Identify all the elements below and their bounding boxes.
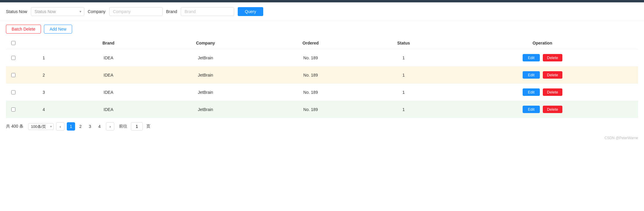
header-company: Company bbox=[150, 37, 261, 49]
action-bar: Batch Delete Add New bbox=[0, 21, 644, 37]
row-brand: IDEA bbox=[67, 84, 150, 101]
table-row: 4 IDEA JetBrain No. 189 1 Edit Delete bbox=[6, 101, 638, 118]
row-checkbox-cell bbox=[6, 101, 21, 118]
row-status: 1 bbox=[361, 84, 447, 101]
page-size-select[interactable]: 100条/页50条/页20条/页10条/页 bbox=[28, 123, 54, 130]
status-now-select-wrapper: Status Now ▾ bbox=[31, 7, 84, 16]
query-button[interactable]: Query bbox=[238, 7, 263, 16]
row-operations: Edit Delete bbox=[447, 66, 638, 84]
row-index: 2 bbox=[21, 66, 67, 84]
row-company: JetBrain bbox=[150, 101, 261, 118]
footer-watermark: CSDN @PeterWarne bbox=[0, 135, 644, 142]
row-ordered: No. 189 bbox=[261, 84, 361, 101]
header-index bbox=[21, 37, 67, 49]
status-now-select[interactable]: Status Now bbox=[31, 7, 84, 16]
row-company: JetBrain bbox=[150, 66, 261, 84]
goto-label: 前往 bbox=[119, 124, 127, 129]
row-brand: IDEA bbox=[67, 66, 150, 84]
select-all-checkbox[interactable] bbox=[11, 41, 15, 45]
row-index: 3 bbox=[21, 84, 67, 101]
company-label: Company bbox=[88, 9, 106, 14]
edit-button[interactable]: Edit bbox=[523, 106, 540, 113]
company-input[interactable] bbox=[109, 7, 163, 16]
row-ordered: No. 189 bbox=[261, 49, 361, 66]
edit-button[interactable]: Edit bbox=[523, 71, 540, 79]
row-checkbox-cell bbox=[6, 49, 21, 66]
page-number-4[interactable]: 4 bbox=[95, 122, 104, 131]
page-size-select-wrapper: 100条/页50条/页20条/页10条/页 ▾ bbox=[28, 123, 54, 130]
add-new-button[interactable]: Add New bbox=[44, 25, 72, 34]
row-status: 1 bbox=[361, 101, 447, 118]
delete-button[interactable]: Delete bbox=[543, 54, 562, 61]
table-row: 1 IDEA JetBrain No. 189 1 Edit Delete bbox=[6, 49, 638, 66]
next-page-button[interactable]: › bbox=[106, 122, 114, 131]
goto-suffix: 页 bbox=[146, 124, 150, 129]
header-checkbox-cell bbox=[6, 37, 21, 49]
row-checkbox-cell bbox=[6, 84, 21, 101]
row-index: 1 bbox=[21, 49, 67, 66]
prev-page-button[interactable]: ‹ bbox=[56, 122, 64, 131]
goto-input[interactable] bbox=[131, 122, 143, 131]
table-row: 3 IDEA JetBrain No. 189 1 Edit Delete bbox=[6, 84, 638, 101]
row-operations: Edit Delete bbox=[447, 84, 638, 101]
status-now-label: Status Now bbox=[6, 9, 27, 14]
header-brand: Brand bbox=[67, 37, 150, 49]
row-checkbox[interactable] bbox=[11, 56, 15, 60]
table-header-row: Brand Company Ordered Status Operation bbox=[6, 37, 638, 49]
row-checkbox[interactable] bbox=[11, 90, 15, 94]
toolbar: Status Now Status Now ▾ Company Brand Qu… bbox=[0, 2, 644, 21]
row-company: JetBrain bbox=[150, 49, 261, 66]
row-status: 1 bbox=[361, 66, 447, 84]
header-ordered: Ordered bbox=[261, 37, 361, 49]
top-bar bbox=[0, 0, 644, 2]
row-company: JetBrain bbox=[150, 84, 261, 101]
page-numbers: 1234 bbox=[67, 122, 104, 131]
page-number-2[interactable]: 2 bbox=[76, 122, 85, 131]
table-row: 2 IDEA JetBrain No. 189 1 Edit Delete bbox=[6, 66, 638, 84]
row-ordered: No. 189 bbox=[261, 101, 361, 118]
total-count: 共 400 条 bbox=[6, 124, 23, 129]
edit-button[interactable]: Edit bbox=[523, 88, 540, 96]
row-brand: IDEA bbox=[67, 101, 150, 118]
edit-button[interactable]: Edit bbox=[523, 54, 540, 61]
row-status: 1 bbox=[361, 49, 447, 66]
table-wrapper: Brand Company Ordered Status Operation 1… bbox=[0, 37, 644, 118]
row-operations: Edit Delete bbox=[447, 49, 638, 66]
row-checkbox[interactable] bbox=[11, 107, 15, 112]
page-number-1[interactable]: 1 bbox=[67, 122, 75, 131]
row-checkbox[interactable] bbox=[11, 73, 15, 77]
page-number-3[interactable]: 3 bbox=[86, 122, 94, 131]
delete-button[interactable]: Delete bbox=[543, 88, 562, 96]
brand-input[interactable] bbox=[181, 7, 234, 16]
row-checkbox-cell bbox=[6, 66, 21, 84]
header-operation: Operation bbox=[447, 37, 638, 49]
header-status: Status bbox=[361, 37, 447, 49]
row-ordered: No. 189 bbox=[261, 66, 361, 84]
row-index: 4 bbox=[21, 101, 67, 118]
brand-label: Brand bbox=[166, 9, 177, 14]
delete-button[interactable]: Delete bbox=[543, 71, 562, 79]
row-operations: Edit Delete bbox=[447, 101, 638, 118]
batch-delete-button[interactable]: Batch Delete bbox=[6, 25, 41, 34]
pagination: 共 400 条 100条/页50条/页20条/页10条/页 ▾ ‹ 1234 ›… bbox=[0, 118, 644, 135]
data-table: Brand Company Ordered Status Operation 1… bbox=[6, 37, 638, 118]
delete-button[interactable]: Delete bbox=[543, 106, 562, 113]
row-brand: IDEA bbox=[67, 49, 150, 66]
